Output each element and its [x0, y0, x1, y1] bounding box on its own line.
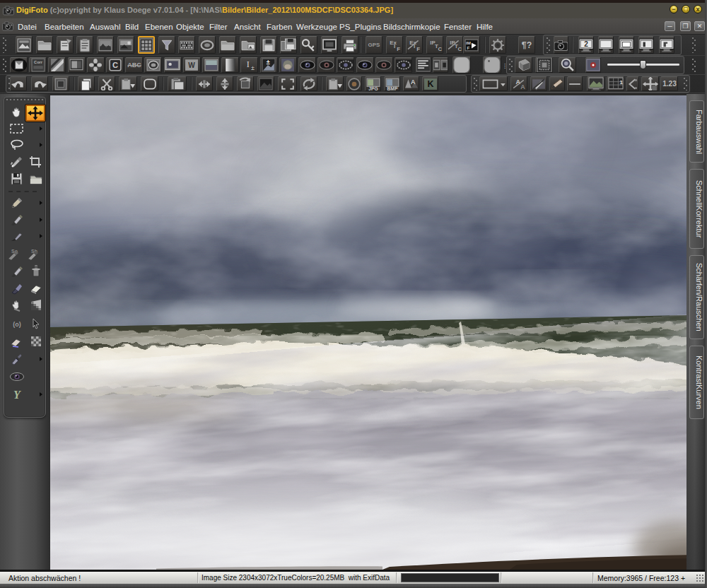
- svg-text:Y: Y: [13, 389, 21, 401]
- svg-text:A: A: [520, 83, 525, 90]
- svg-text:IM: IM: [466, 40, 471, 45]
- svg-text:C: C: [458, 45, 462, 52]
- svg-text:C: C: [112, 61, 117, 69]
- svg-text:F: F: [397, 45, 400, 52]
- svg-text:Corr: Corr: [34, 60, 43, 64]
- svg-text:I: I: [393, 43, 395, 49]
- svg-text:C: C: [438, 45, 442, 52]
- svg-text:1.23: 1.23: [662, 80, 677, 88]
- svg-text:A: A: [410, 78, 415, 86]
- svg-text:K: K: [427, 79, 433, 89]
- svg-text:2: 2: [584, 40, 588, 48]
- svg-text:W: W: [189, 61, 196, 69]
- svg-text:±: ±: [251, 64, 255, 71]
- svg-text:ABC: ABC: [127, 61, 141, 69]
- svg-text:F: F: [467, 45, 470, 49]
- svg-text:BMP: BMP: [387, 86, 397, 90]
- svg-text:F: F: [417, 45, 421, 52]
- svg-text:(o): (o): [13, 321, 21, 328]
- svg-text:1: 1: [619, 79, 623, 86]
- svg-text:±: ±: [267, 59, 270, 66]
- svg-text:JPG: JPG: [368, 86, 378, 90]
- svg-text:¶?: ¶?: [522, 40, 532, 50]
- svg-text:I: I: [247, 59, 250, 69]
